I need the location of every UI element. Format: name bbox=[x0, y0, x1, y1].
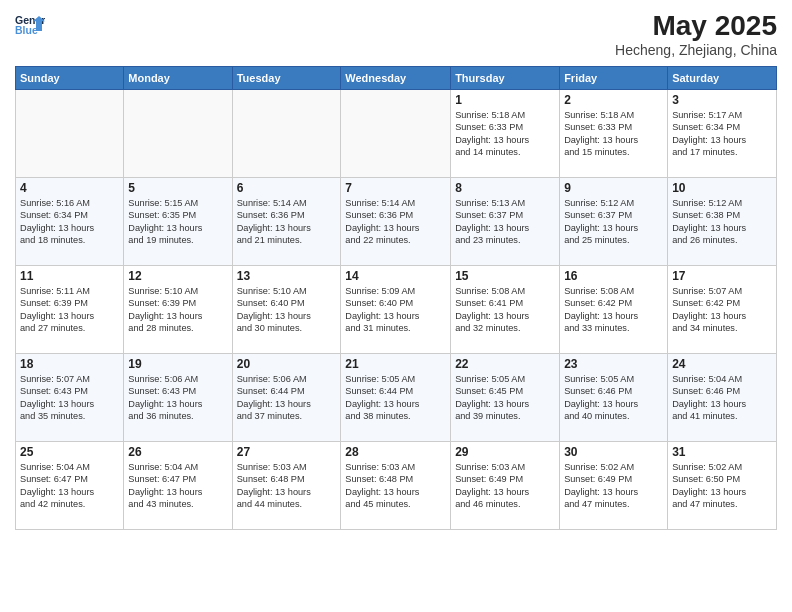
day-cell bbox=[124, 90, 232, 178]
day-cell bbox=[16, 90, 124, 178]
day-cell: 30Sunrise: 5:02 AMSunset: 6:49 PMDayligh… bbox=[560, 442, 668, 530]
weekday-friday: Friday bbox=[560, 67, 668, 90]
day-info: Sunrise: 5:17 AMSunset: 6:34 PMDaylight:… bbox=[672, 109, 772, 159]
day-cell: 13Sunrise: 5:10 AMSunset: 6:40 PMDayligh… bbox=[232, 266, 341, 354]
week-row-3: 11Sunrise: 5:11 AMSunset: 6:39 PMDayligh… bbox=[16, 266, 777, 354]
weekday-wednesday: Wednesday bbox=[341, 67, 451, 90]
day-info: Sunrise: 5:12 AMSunset: 6:38 PMDaylight:… bbox=[672, 197, 772, 247]
day-info: Sunrise: 5:13 AMSunset: 6:37 PMDaylight:… bbox=[455, 197, 555, 247]
day-cell: 26Sunrise: 5:04 AMSunset: 6:47 PMDayligh… bbox=[124, 442, 232, 530]
day-cell: 9Sunrise: 5:12 AMSunset: 6:37 PMDaylight… bbox=[560, 178, 668, 266]
day-info: Sunrise: 5:15 AMSunset: 6:35 PMDaylight:… bbox=[128, 197, 227, 247]
day-number: 5 bbox=[128, 181, 227, 195]
day-number: 29 bbox=[455, 445, 555, 459]
day-info: Sunrise: 5:04 AMSunset: 6:46 PMDaylight:… bbox=[672, 373, 772, 423]
week-row-2: 4Sunrise: 5:16 AMSunset: 6:34 PMDaylight… bbox=[16, 178, 777, 266]
day-info: Sunrise: 5:07 AMSunset: 6:43 PMDaylight:… bbox=[20, 373, 119, 423]
day-number: 10 bbox=[672, 181, 772, 195]
day-number: 16 bbox=[564, 269, 663, 283]
day-cell: 14Sunrise: 5:09 AMSunset: 6:40 PMDayligh… bbox=[341, 266, 451, 354]
calendar-header: SundayMondayTuesdayWednesdayThursdayFrid… bbox=[16, 67, 777, 90]
day-number: 21 bbox=[345, 357, 446, 371]
day-number: 1 bbox=[455, 93, 555, 107]
day-cell: 5Sunrise: 5:15 AMSunset: 6:35 PMDaylight… bbox=[124, 178, 232, 266]
day-cell: 25Sunrise: 5:04 AMSunset: 6:47 PMDayligh… bbox=[16, 442, 124, 530]
day-cell: 28Sunrise: 5:03 AMSunset: 6:48 PMDayligh… bbox=[341, 442, 451, 530]
day-cell: 4Sunrise: 5:16 AMSunset: 6:34 PMDaylight… bbox=[16, 178, 124, 266]
day-info: Sunrise: 5:16 AMSunset: 6:34 PMDaylight:… bbox=[20, 197, 119, 247]
day-number: 30 bbox=[564, 445, 663, 459]
day-number: 6 bbox=[237, 181, 337, 195]
page-container: General Blue May 2025 Hecheng, Zhejiang,… bbox=[0, 0, 792, 540]
weekday-saturday: Saturday bbox=[668, 67, 777, 90]
day-info: Sunrise: 5:02 AMSunset: 6:50 PMDaylight:… bbox=[672, 461, 772, 511]
day-number: 23 bbox=[564, 357, 663, 371]
day-number: 19 bbox=[128, 357, 227, 371]
day-info: Sunrise: 5:18 AMSunset: 6:33 PMDaylight:… bbox=[455, 109, 555, 159]
day-number: 14 bbox=[345, 269, 446, 283]
title-block: May 2025 Hecheng, Zhejiang, China bbox=[615, 10, 777, 58]
day-info: Sunrise: 5:10 AMSunset: 6:40 PMDaylight:… bbox=[237, 285, 337, 335]
calendar-body: 1Sunrise: 5:18 AMSunset: 6:33 PMDaylight… bbox=[16, 90, 777, 530]
day-cell: 21Sunrise: 5:05 AMSunset: 6:44 PMDayligh… bbox=[341, 354, 451, 442]
weekday-monday: Monday bbox=[124, 67, 232, 90]
day-info: Sunrise: 5:03 AMSunset: 6:49 PMDaylight:… bbox=[455, 461, 555, 511]
day-info: Sunrise: 5:14 AMSunset: 6:36 PMDaylight:… bbox=[345, 197, 446, 247]
day-number: 12 bbox=[128, 269, 227, 283]
day-info: Sunrise: 5:05 AMSunset: 6:45 PMDaylight:… bbox=[455, 373, 555, 423]
day-number: 26 bbox=[128, 445, 227, 459]
logo: General Blue bbox=[15, 10, 47, 40]
day-cell bbox=[232, 90, 341, 178]
day-cell: 2Sunrise: 5:18 AMSunset: 6:33 PMDaylight… bbox=[560, 90, 668, 178]
day-cell: 17Sunrise: 5:07 AMSunset: 6:42 PMDayligh… bbox=[668, 266, 777, 354]
day-number: 3 bbox=[672, 93, 772, 107]
day-info: Sunrise: 5:03 AMSunset: 6:48 PMDaylight:… bbox=[345, 461, 446, 511]
day-cell: 6Sunrise: 5:14 AMSunset: 6:36 PMDaylight… bbox=[232, 178, 341, 266]
day-cell: 8Sunrise: 5:13 AMSunset: 6:37 PMDaylight… bbox=[451, 178, 560, 266]
day-number: 18 bbox=[20, 357, 119, 371]
weekday-tuesday: Tuesday bbox=[232, 67, 341, 90]
day-number: 28 bbox=[345, 445, 446, 459]
day-info: Sunrise: 5:07 AMSunset: 6:42 PMDaylight:… bbox=[672, 285, 772, 335]
day-cell: 24Sunrise: 5:04 AMSunset: 6:46 PMDayligh… bbox=[668, 354, 777, 442]
day-info: Sunrise: 5:04 AMSunset: 6:47 PMDaylight:… bbox=[128, 461, 227, 511]
day-info: Sunrise: 5:02 AMSunset: 6:49 PMDaylight:… bbox=[564, 461, 663, 511]
day-info: Sunrise: 5:03 AMSunset: 6:48 PMDaylight:… bbox=[237, 461, 337, 511]
day-cell: 12Sunrise: 5:10 AMSunset: 6:39 PMDayligh… bbox=[124, 266, 232, 354]
day-cell: 7Sunrise: 5:14 AMSunset: 6:36 PMDaylight… bbox=[341, 178, 451, 266]
weekday-row: SundayMondayTuesdayWednesdayThursdayFrid… bbox=[16, 67, 777, 90]
svg-text:Blue: Blue bbox=[15, 24, 38, 36]
day-number: 31 bbox=[672, 445, 772, 459]
day-cell: 18Sunrise: 5:07 AMSunset: 6:43 PMDayligh… bbox=[16, 354, 124, 442]
day-number: 7 bbox=[345, 181, 446, 195]
day-cell: 16Sunrise: 5:08 AMSunset: 6:42 PMDayligh… bbox=[560, 266, 668, 354]
day-info: Sunrise: 5:05 AMSunset: 6:44 PMDaylight:… bbox=[345, 373, 446, 423]
month-year: May 2025 bbox=[615, 10, 777, 42]
day-info: Sunrise: 5:18 AMSunset: 6:33 PMDaylight:… bbox=[564, 109, 663, 159]
day-info: Sunrise: 5:11 AMSunset: 6:39 PMDaylight:… bbox=[20, 285, 119, 335]
day-info: Sunrise: 5:09 AMSunset: 6:40 PMDaylight:… bbox=[345, 285, 446, 335]
day-number: 24 bbox=[672, 357, 772, 371]
calendar-table: SundayMondayTuesdayWednesdayThursdayFrid… bbox=[15, 66, 777, 530]
week-row-5: 25Sunrise: 5:04 AMSunset: 6:47 PMDayligh… bbox=[16, 442, 777, 530]
week-row-4: 18Sunrise: 5:07 AMSunset: 6:43 PMDayligh… bbox=[16, 354, 777, 442]
day-info: Sunrise: 5:12 AMSunset: 6:37 PMDaylight:… bbox=[564, 197, 663, 247]
day-cell bbox=[341, 90, 451, 178]
day-number: 13 bbox=[237, 269, 337, 283]
day-info: Sunrise: 5:05 AMSunset: 6:46 PMDaylight:… bbox=[564, 373, 663, 423]
day-cell: 22Sunrise: 5:05 AMSunset: 6:45 PMDayligh… bbox=[451, 354, 560, 442]
day-number: 20 bbox=[237, 357, 337, 371]
header: General Blue May 2025 Hecheng, Zhejiang,… bbox=[15, 10, 777, 58]
day-cell: 1Sunrise: 5:18 AMSunset: 6:33 PMDaylight… bbox=[451, 90, 560, 178]
day-cell: 15Sunrise: 5:08 AMSunset: 6:41 PMDayligh… bbox=[451, 266, 560, 354]
day-cell: 20Sunrise: 5:06 AMSunset: 6:44 PMDayligh… bbox=[232, 354, 341, 442]
day-cell: 27Sunrise: 5:03 AMSunset: 6:48 PMDayligh… bbox=[232, 442, 341, 530]
day-cell: 23Sunrise: 5:05 AMSunset: 6:46 PMDayligh… bbox=[560, 354, 668, 442]
day-cell: 10Sunrise: 5:12 AMSunset: 6:38 PMDayligh… bbox=[668, 178, 777, 266]
day-cell: 31Sunrise: 5:02 AMSunset: 6:50 PMDayligh… bbox=[668, 442, 777, 530]
day-number: 8 bbox=[455, 181, 555, 195]
day-info: Sunrise: 5:06 AMSunset: 6:44 PMDaylight:… bbox=[237, 373, 337, 423]
day-cell: 11Sunrise: 5:11 AMSunset: 6:39 PMDayligh… bbox=[16, 266, 124, 354]
day-number: 9 bbox=[564, 181, 663, 195]
day-info: Sunrise: 5:08 AMSunset: 6:42 PMDaylight:… bbox=[564, 285, 663, 335]
